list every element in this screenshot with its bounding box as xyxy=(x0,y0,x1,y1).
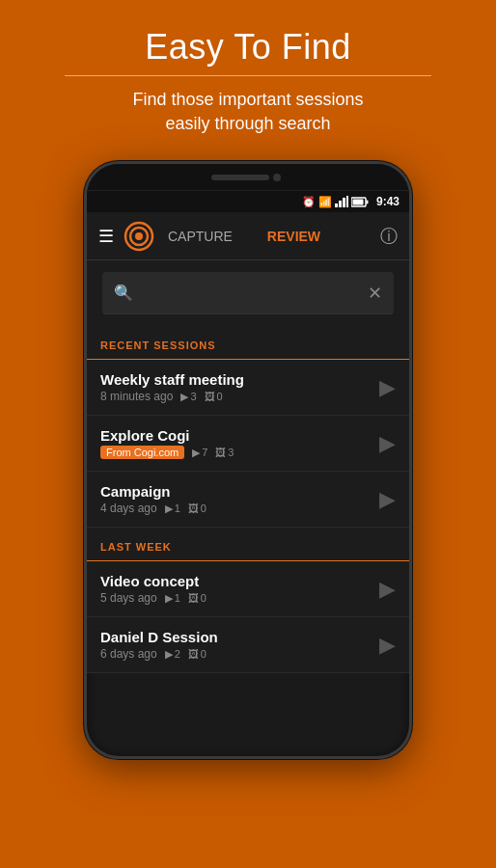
clip-count: ▶3 xyxy=(180,391,196,403)
recent-sessions-title: RECENT SESSIONS xyxy=(100,339,216,351)
session-info: Video concept 5 days ago ▶1 🖼0 xyxy=(100,573,372,605)
image-badge-icon: 🖼 xyxy=(205,391,215,402)
play-badge-icon: ▶ xyxy=(192,447,200,459)
session-time: 8 minutes ago xyxy=(100,390,173,403)
session-name: Weekly staff meeting xyxy=(100,371,372,388)
play-badge-icon: ▶ xyxy=(165,592,173,605)
search-container: 🔍 ✕ xyxy=(87,260,409,326)
review-tab[interactable]: REVIEW xyxy=(267,229,320,244)
svg-rect-3 xyxy=(346,196,348,207)
svg-rect-6 xyxy=(352,199,363,204)
wifi-icon: 📶 xyxy=(318,196,332,208)
session-source-tag: From Cogi.com xyxy=(100,446,184,459)
session-meta: From Cogi.com ▶7 🖼3 xyxy=(100,446,372,459)
play-badge-icon: ▶ xyxy=(180,391,188,403)
session-meta: 6 days ago ▶2 🖼0 xyxy=(100,647,372,661)
clip-count: ▶2 xyxy=(165,648,180,661)
hero-divider xyxy=(65,75,430,76)
session-item[interactable]: Campaign 4 days ago ▶1 🖼0 ▶ xyxy=(87,472,409,528)
session-name: Daniel D Session xyxy=(100,629,372,645)
session-meta: 5 days ago ▶1 🖼0 xyxy=(100,591,372,605)
image-badge-icon: 🖼 xyxy=(188,592,199,604)
hero-title: Easy To Find xyxy=(19,27,477,68)
clear-search-icon[interactable]: ✕ xyxy=(368,283,382,304)
svg-rect-5 xyxy=(366,200,368,203)
image-count: 🖼0 xyxy=(188,648,207,660)
phone-wrapper: ⏰ 📶 9:43 ☰ xyxy=(84,161,412,759)
svg-rect-0 xyxy=(335,203,338,207)
image-count: 🖼3 xyxy=(215,447,234,458)
play-button[interactable]: ▶ xyxy=(379,487,396,512)
play-badge-icon: ▶ xyxy=(165,648,173,661)
svg-rect-1 xyxy=(339,201,342,207)
session-name: Explore Cogi xyxy=(100,427,372,444)
session-item[interactable]: Daniel D Session 6 days ago ▶2 🖼0 ▶ xyxy=(87,617,409,673)
session-info: Daniel D Session 6 days ago ▶2 🖼0 xyxy=(100,629,372,661)
last-week-title: LAST WEEK xyxy=(100,541,172,553)
play-button[interactable]: ▶ xyxy=(379,375,396,400)
search-icon: 🔍 xyxy=(114,284,133,302)
play-button[interactable]: ▶ xyxy=(379,577,396,602)
hero-subtitle: Find those important sessionseasily thro… xyxy=(19,88,477,136)
clip-count: ▶1 xyxy=(165,502,180,515)
session-item[interactable]: Weekly staff meeting 8 minutes ago ▶3 🖼0… xyxy=(87,360,409,416)
svg-rect-2 xyxy=(343,198,345,207)
hero-section: Easy To Find Find those important sessio… xyxy=(0,0,496,151)
image-count: 🖼0 xyxy=(188,592,207,604)
hamburger-menu-icon[interactable]: ☰ xyxy=(98,226,114,247)
image-badge-icon: 🖼 xyxy=(215,447,226,458)
image-badge-icon: 🖼 xyxy=(188,502,199,514)
recent-sessions-header: RECENT SESSIONS xyxy=(87,326,409,360)
session-name: Video concept xyxy=(100,573,372,589)
search-bar[interactable]: 🔍 ✕ xyxy=(102,272,394,314)
app-logo xyxy=(124,221,154,252)
image-count: 🖼0 xyxy=(205,391,223,402)
image-count: 🖼0 xyxy=(188,502,207,514)
svg-point-9 xyxy=(135,232,143,240)
session-info: Campaign 4 days ago ▶1 🖼0 xyxy=(100,483,372,515)
play-button[interactable]: ▶ xyxy=(379,431,396,456)
session-item[interactable]: Explore Cogi From Cogi.com ▶7 🖼3 ▶ xyxy=(87,416,409,472)
status-time: 9:43 xyxy=(376,195,400,208)
session-meta: 4 days ago ▶1 🖼0 xyxy=(100,502,372,515)
info-icon[interactable]: ⓘ xyxy=(380,225,398,248)
battery-icon xyxy=(351,197,369,207)
clip-count: ▶7 xyxy=(192,447,207,459)
session-meta: 8 minutes ago ▶3 🖼0 xyxy=(100,390,372,403)
last-week-header: LAST WEEK xyxy=(87,528,409,561)
alarm-icon: ⏰ xyxy=(302,196,316,208)
signal-icon xyxy=(335,196,348,207)
session-info: Explore Cogi From Cogi.com ▶7 🖼3 xyxy=(100,427,372,459)
image-badge-icon: 🖼 xyxy=(188,648,199,660)
session-name: Campaign xyxy=(100,483,372,500)
search-input[interactable] xyxy=(141,285,368,301)
session-item[interactable]: Video concept 5 days ago ▶1 🖼0 ▶ xyxy=(87,561,409,617)
session-time: 4 days ago xyxy=(100,502,157,515)
session-info: Weekly staff meeting 8 minutes ago ▶3 🖼0 xyxy=(100,371,372,403)
capture-tab[interactable]: CAPTURE xyxy=(168,229,233,244)
clip-count: ▶1 xyxy=(165,592,180,605)
phone-top-bar xyxy=(87,164,409,191)
phone-speaker xyxy=(211,175,269,180)
phone-frame: ⏰ 📶 9:43 ☰ xyxy=(84,161,412,759)
session-time: 5 days ago xyxy=(100,591,157,605)
app-navbar: ☰ CAPTURE REVIEW ⓘ xyxy=(87,212,409,260)
session-time: 6 days ago xyxy=(100,647,157,661)
status-bar: ⏰ 📶 9:43 xyxy=(87,191,409,212)
phone-camera xyxy=(273,174,281,181)
play-badge-icon: ▶ xyxy=(165,502,173,515)
play-button[interactable]: ▶ xyxy=(379,633,396,658)
status-icons: ⏰ 📶 xyxy=(302,196,369,208)
content-scroll[interactable]: 🔍 ✕ RECENT SESSIONS Weekly staff meeting… xyxy=(87,260,409,673)
